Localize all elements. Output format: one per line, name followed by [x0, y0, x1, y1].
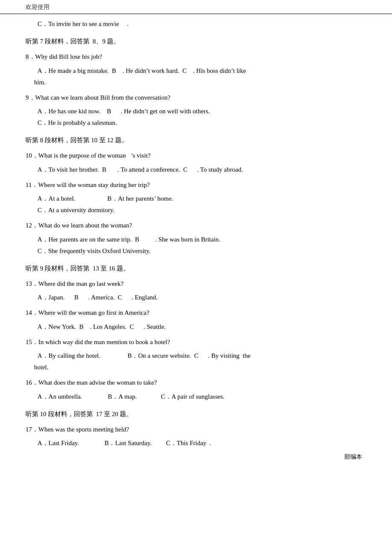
question-8-title: 8．Why did Bill lose his job?: [26, 52, 366, 63]
section-label-9: 听第 9 段材料，回答第 13 至 16 题。: [26, 263, 366, 274]
question-11-option-ab: A．At a hotel. B．At her parents’ home.: [26, 193, 366, 204]
question-10-title: 10．What is the purpose of the woman ’s v…: [26, 150, 366, 161]
question-16-title: 16．What does the man advise the woman to…: [26, 377, 366, 388]
section-label-8: 听第 8 段材料，回答第 10 至 12 题。: [26, 135, 366, 146]
question-9-title: 9．What can we learn about Bill from the …: [26, 92, 366, 104]
question-15-option-line1: A．By calling the hotel. B．On a secure we…: [26, 350, 366, 362]
section-label-10: 听第 10 段材料，回答第 17 至 20 题。: [26, 408, 366, 420]
question-13-title: 13．Where did the man go last week?: [26, 279, 366, 290]
question-16-options: A．An umbrella. B．A map. C．A pair of sung…: [26, 391, 366, 403]
question-17-options: A．Last Friday. B．Last Saturday. C．This F…: [26, 437, 366, 449]
question-11-option-c: C．At a university dormitory.: [26, 204, 366, 216]
main-content: C．To invite her to see a movie . 听第 7 段材…: [0, 14, 392, 469]
question-14-options: A．New York. B . Los Angeles. C . Seattle…: [26, 321, 366, 333]
question-13-options: A．Japan. B . America. C . England.: [26, 292, 366, 303]
question-11-title: 11．Where will the woman stay during her …: [26, 180, 366, 191]
question-12-option-ab: A．Her parents are on the same trip. B . …: [26, 234, 366, 245]
option-c-prev: C．To invite her to see a movie .: [26, 18, 366, 30]
question-9-option-c: C．He is probably a salesman.: [26, 117, 366, 129]
question-9-option-ab: A．He has one kid now. B . He didn’t get …: [26, 106, 366, 117]
question-12-title: 12．What do we learn about the woman?: [26, 220, 366, 231]
page-header: 欢迎使用: [0, 0, 392, 14]
question-15-title: 15．In which way did the man mention to b…: [26, 337, 366, 348]
question-10-options: A．To visit her brother. B . To attend a …: [26, 164, 366, 175]
footer-text: 部编本: [344, 454, 362, 460]
question-17-title: 17．When was the sports meeting held?: [26, 424, 366, 435]
question-15-option-line2: hotel.: [26, 362, 366, 373]
section-label-7: 听第 7 段材料，回答第 8、9 题。: [26, 36, 366, 47]
header-title: 欢迎使用: [26, 3, 49, 11]
question-12-option-c: C．She frequently visits Oxford Universit…: [26, 245, 366, 257]
question-8-wrap: him.: [26, 77, 366, 88]
question-14-title: 14．Where will the woman go first in Amer…: [26, 308, 366, 319]
footer-label: 部编本: [26, 453, 366, 461]
question-8-options: A．He made a big mistake. B . He didn’t w…: [26, 65, 366, 77]
